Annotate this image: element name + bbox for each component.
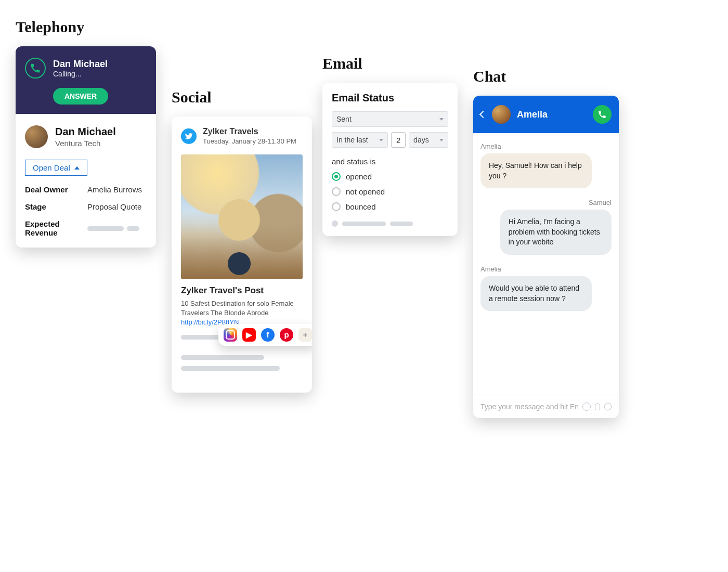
status-radio-not-opened[interactable]: not opened (332, 187, 448, 196)
email-range-mode-select[interactable]: In the last (332, 132, 388, 148)
message-bubble: Hi Amelia, I'm facing a problem with boo… (500, 210, 612, 255)
caller-status: Calling... (53, 70, 108, 78)
expected-revenue-key: Expected Revenue (25, 219, 87, 237)
placeholder-line (181, 355, 264, 360)
back-button[interactable] (479, 111, 487, 118)
chevron-down-icon (379, 139, 383, 141)
chat-footer (473, 395, 619, 418)
message-sender: Amelia (480, 142, 612, 150)
contact-company: Ventura Tech (55, 139, 116, 148)
add-network-button[interactable]: + (298, 328, 312, 342)
chat-input[interactable] (480, 402, 578, 411)
chat-message: Amelia Hey, Samuel! How can i help you ? (480, 142, 612, 188)
chevron-down-icon (439, 118, 444, 121)
twitter-icon (181, 128, 197, 144)
placeholder-line (181, 366, 280, 371)
expected-revenue-placeholder (87, 219, 147, 237)
caller-name: Dan Michael (53, 59, 108, 70)
answer-button[interactable]: ANSWER (53, 88, 108, 105)
contact-name: Dan Michael (55, 126, 116, 138)
incoming-call-header: Dan Michael Calling... ANSWER (16, 46, 156, 114)
chevron-down-icon (439, 139, 444, 141)
email-card: Email Status Sent In the last 2 days and… (322, 83, 458, 236)
email-status-select[interactable]: Sent (332, 111, 448, 127)
deal-owner-key: Deal Owner (25, 185, 87, 194)
chat-card: Amelia Amelia Hey, Samuel! How can i hel… (473, 96, 619, 418)
section-title-social: Social (172, 88, 322, 106)
chat-peer-name: Amelia (517, 109, 548, 120)
section-title-chat: Chat (473, 68, 629, 85)
email-card-title: Email Status (332, 92, 448, 104)
facebook-icon[interactable]: f (261, 328, 275, 342)
email-range-value-input[interactable]: 2 (391, 132, 406, 148)
mic-icon[interactable] (595, 403, 600, 410)
social-post-title: Zylker Travel's Post (172, 285, 312, 296)
status-radio-bounced[interactable]: bounced (332, 202, 448, 211)
message-bubble: Would you be able to attend a remote ses… (480, 276, 592, 311)
social-post-image (181, 154, 303, 279)
chat-message: Samuel Hi Amelia, I'm facing a problem w… (480, 199, 612, 255)
instagram-icon[interactable] (224, 328, 237, 342)
chat-peer-avatar (492, 105, 511, 124)
social-post-timestamp: Tuesday, January 28-11.30 PM (203, 137, 296, 145)
phone-ringing-icon (25, 58, 46, 79)
status-radio-opened[interactable]: opened (332, 172, 448, 181)
emoji-icon[interactable] (582, 402, 591, 411)
chat-messages: Amelia Hey, Samuel! How can i help you ?… (473, 133, 619, 395)
youtube-icon[interactable]: ▶ (242, 328, 256, 342)
section-title-email: Email (322, 55, 478, 72)
social-share-toolbar: ▶ f p + (218, 324, 312, 346)
chat-message: Amelia Would you be able to attend a rem… (480, 265, 612, 311)
email-placeholder-row (332, 220, 448, 227)
contact-avatar (25, 125, 48, 148)
section-title-telephony: Telephony (16, 18, 172, 36)
social-card: Zylker Travels Tuesday, January 28-11.30… (172, 116, 312, 393)
telephony-card: Dan Michael Calling... ANSWER Dan Michae… (16, 46, 156, 248)
message-bubble: Hey, Samuel! How can i help you ? (480, 153, 592, 188)
message-sender: Amelia (480, 265, 612, 273)
stage-key: Stage (25, 202, 87, 211)
open-deal-label: Open Deal (33, 163, 70, 172)
email-range-unit-select[interactable]: days (409, 132, 448, 148)
pinterest-icon[interactable]: p (280, 328, 293, 342)
open-deal-button[interactable]: Open Deal (25, 160, 87, 176)
social-account-name: Zylker Travels (203, 127, 296, 136)
message-sender: Samuel (589, 199, 612, 206)
chat-header: Amelia (473, 96, 619, 133)
call-button[interactable] (593, 105, 612, 124)
stage-value: Proposal Quote (87, 202, 147, 211)
attachment-icon[interactable] (604, 403, 612, 410)
deal-owner-value: Amelia Burrows (87, 185, 147, 194)
and-status-is-label: and status is (332, 157, 448, 166)
